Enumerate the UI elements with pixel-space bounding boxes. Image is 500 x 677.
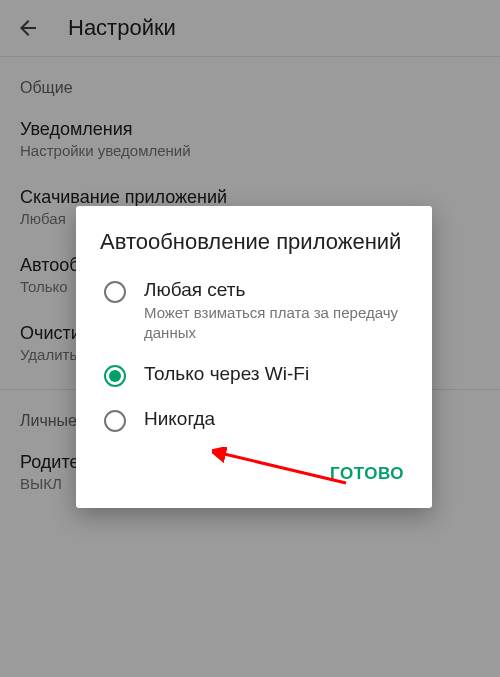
radio-text: Любая сеть Может взиматься плата за пере… xyxy=(144,278,408,343)
radio-option-never[interactable]: Никогда xyxy=(76,397,432,442)
dialog-actions: ГОТОВО xyxy=(76,442,432,500)
dialog-title: Автообновление приложений xyxy=(76,206,432,268)
radio-option-any-network[interactable]: Любая сеть Может взиматься плата за пере… xyxy=(76,268,432,353)
radio-text: Только через Wi-Fi xyxy=(144,362,309,387)
radio-icon xyxy=(104,410,126,432)
radio-sublabel: Может взиматься плата за передачу данных xyxy=(144,303,408,342)
radio-label: Любая сеть xyxy=(144,278,408,303)
radio-icon xyxy=(104,281,126,303)
radio-text: Никогда xyxy=(144,407,215,432)
done-button[interactable]: ГОТОВО xyxy=(320,456,414,492)
radio-option-wifi-only[interactable]: Только через Wi-Fi xyxy=(76,352,432,397)
radio-icon xyxy=(104,365,126,387)
radio-label: Никогда xyxy=(144,407,215,432)
radio-label: Только через Wi-Fi xyxy=(144,362,309,387)
autoupdate-dialog: Автообновление приложений Любая сеть Мож… xyxy=(76,206,432,508)
